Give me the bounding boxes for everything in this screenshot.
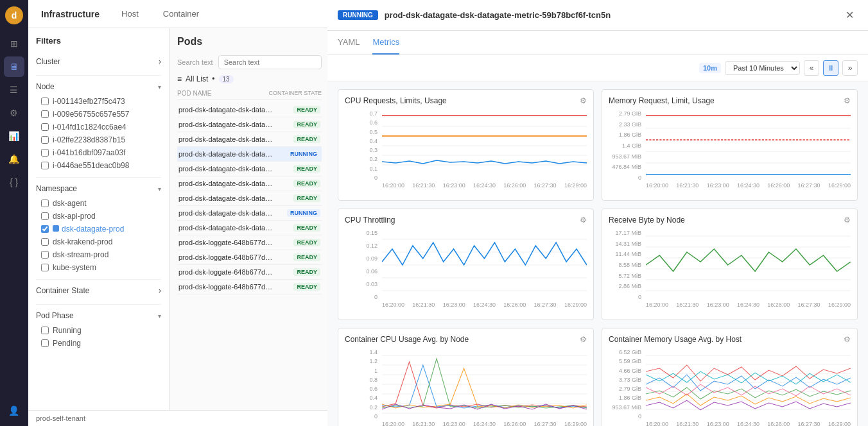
icon-sidebar: d ⊞ 🖥 ☰ ⚙ 📊 🔔 { } 👤 xyxy=(0,0,28,426)
chart-y-axis-thr: 0.150.120.090.060.030 xyxy=(345,230,380,300)
filter-pod-phase-section: Pod Phase ▾ Running Pending xyxy=(36,307,161,350)
pod-row[interactable]: prod-dsk-datagate-dsk-datagate-metri... … xyxy=(177,132,322,147)
chart-throttle-title: CPU Throttling xyxy=(345,216,395,225)
chart-cpu-requests-header: CPU Requests, Limits, Usage ⚙ xyxy=(345,96,587,105)
filter-ns-item-2[interactable]: dsk-datagate-prod xyxy=(36,223,161,235)
filter-phase-item-1[interactable]: Pending xyxy=(36,337,161,350)
chart-cpu-requests-container: 0.70.60.50.40.30.20.10 xyxy=(345,110,587,194)
pod-row[interactable]: prod-dsk-datagate-dsk-datagate-metri... … xyxy=(177,117,322,132)
settings-icon-1[interactable]: ⚙ xyxy=(844,96,851,105)
chart-svg-area-mem xyxy=(646,110,851,181)
settings-icon-3[interactable]: ⚙ xyxy=(844,216,851,225)
settings-icon-4[interactable]: ⚙ xyxy=(580,335,587,344)
filter-node-item-1[interactable]: i-009e56755c657e557 xyxy=(36,108,161,121)
nav-bell[interactable]: 🔔 xyxy=(4,149,24,169)
pod-name: prod-dsk-datagate-dsk-datagate-metri... xyxy=(178,150,275,158)
filter-ns-item-0[interactable]: dsk-agent xyxy=(36,197,161,210)
pod-status: RUNNING xyxy=(287,209,320,217)
chart-y-axis-mem: 2.79 GiB2.33 GiB1.86 GiB1.4 GiB953.67 Mi… xyxy=(609,110,644,181)
app-title: Infrastructure xyxy=(41,9,100,19)
nav-list[interactable]: ☰ xyxy=(4,80,24,100)
nav-code[interactable]: { } xyxy=(4,172,24,192)
tab-container[interactable]: Container xyxy=(161,0,202,28)
chart-container-cpu: Container CPU Usage Avg. by Node ⚙ 1.41.… xyxy=(338,328,594,410)
pod-row[interactable]: prod-dsk-loggate-648b677d7b-lmggm READY xyxy=(177,265,322,280)
filter-phase-item-0[interactable]: Running xyxy=(36,324,161,337)
chart-receive-byte: Receive Byte by Node ⚙ 17.17 MiB14.31 Mi… xyxy=(602,209,858,320)
nav-filter[interactable]: ⚙ xyxy=(4,103,24,123)
filter-node-item-5[interactable]: i-0446ae551deac0b98 xyxy=(36,159,161,172)
tenant-label: prod-self-tenant xyxy=(36,414,85,422)
all-list-label: All List xyxy=(186,74,208,83)
pod-status: READY xyxy=(293,283,320,291)
filter-container-state-header[interactable]: Container State › xyxy=(36,282,161,299)
chart-container-mem-container: 6.52 GiB5.59 GiB4.66 GiB3.73 GiB2.79 GiB… xyxy=(609,349,851,410)
settings-icon-0[interactable]: ⚙ xyxy=(580,96,587,105)
all-list-header: ≡ All List • 13 xyxy=(177,74,322,83)
forward-button[interactable]: » xyxy=(842,60,858,76)
settings-icon-2[interactable]: ⚙ xyxy=(580,216,587,225)
svg-text:d: d xyxy=(11,10,17,21)
search-label: Search text xyxy=(177,58,213,66)
pause-button[interactable]: ⏸ xyxy=(823,60,838,76)
pod-row[interactable]: prod-dsk-datagate-dsk-datagate-metri... … xyxy=(177,176,322,191)
filter-namespace-header[interactable]: Namespace ▾ xyxy=(36,180,161,197)
filter-node-item-0[interactable]: i-001143efb27f5c473 xyxy=(36,95,161,108)
tab-yaml[interactable]: YAML xyxy=(338,31,360,55)
pod-row[interactable]: prod-dsk-datagate-dsk-datagate-trace-...… xyxy=(177,221,322,235)
filter-ns-item-4[interactable]: dsk-stream-prod xyxy=(36,248,161,261)
time-select[interactable]: Past 10 Minutes xyxy=(725,61,800,75)
pod-row[interactable]: prod-dsk-datagate-dsk-datagate-manif... … xyxy=(177,103,322,117)
pod-name: prod-dsk-datagate-dsk-datagate-metri... xyxy=(178,135,275,143)
chart-y-axis: 0.70.60.50.40.30.20.10 xyxy=(345,110,380,181)
pod-row[interactable]: prod-dsk-loggate-648b677d7b-57cr5 READY xyxy=(177,250,322,265)
pod-status: READY xyxy=(293,194,320,202)
filter-node-item-4[interactable]: i-041b16dbf097aa03f xyxy=(36,146,161,159)
chart-memory-header: Memory Request, Limit, Usage ⚙ xyxy=(609,96,851,105)
chart-memory-title: Memory Request, Limit, Usage xyxy=(609,96,715,105)
app-logo[interactable]: d xyxy=(4,5,24,26)
chart-container-cpu-header: Container CPU Usage Avg. by Node ⚙ xyxy=(345,335,587,344)
filter-node-header[interactable]: Node ▾ xyxy=(36,78,161,95)
chart-y-axis-recv: 17.17 MiB14.31 MiB11.44 MiB8.58 MiB5.72 … xyxy=(609,230,644,300)
pod-row[interactable]: prod-dsk-datagate-dsk-datagate-trace-...… xyxy=(177,206,322,221)
filter-cluster-header[interactable]: Cluster › xyxy=(36,53,161,70)
pods-title: Pods xyxy=(177,36,322,47)
pod-name: prod-dsk-loggate-648b677d7b-57cr5 xyxy=(178,253,275,261)
filter-sidebar: Filters Cluster › Node ▾ i-001143efb27f5… xyxy=(28,28,169,410)
pods-area: Pods Search text ≡ All List • 13 POD NAM… xyxy=(169,28,330,410)
tab-metrics[interactable]: Metrics xyxy=(372,31,399,55)
pod-row[interactable]: prod-dsk-loggate-648b677d7b-4lhls READY xyxy=(177,235,322,250)
chevron-right-icon: › xyxy=(159,57,161,66)
modal-toolbar: 10m Past 10 Minutes « ⏸ » xyxy=(327,55,868,81)
chart-container-mem-title: Container Memory Usage Avg. by Host xyxy=(609,335,742,344)
pod-row[interactable]: prod-dsk-loggate-648b677d7b-zxfzg READY xyxy=(177,280,322,294)
filter-node-item-2[interactable]: i-014fd1c1824cc6ae4 xyxy=(36,121,161,133)
tab-host[interactable]: Host xyxy=(119,0,141,28)
pod-name: prod-dsk-datagate-dsk-datagate-metri... xyxy=(178,180,275,187)
nav-infrastructure[interactable]: 🖥 xyxy=(4,56,24,77)
pod-name: prod-dsk-loggate-648b677d7b-lmggm xyxy=(178,268,275,276)
col-pod-name: POD NAME xyxy=(177,90,211,97)
chart-x-axis: 16:20:0016:21:3016:23:0016:24:3016:26:00… xyxy=(382,182,587,194)
pod-count-separator: • xyxy=(212,74,214,83)
filter-node-label: Node xyxy=(36,82,55,91)
filter-ns-item-5[interactable]: kube-system xyxy=(36,261,161,274)
nav-dashboard[interactable]: ⊞ xyxy=(4,33,24,54)
filter-node-item-3[interactable]: i-02ffe2238d8387b15 xyxy=(36,133,161,146)
pod-name: prod-dsk-datagate-dsk-datagate-plan-... xyxy=(178,194,275,202)
pod-row[interactable]: prod-dsk-datagate-dsk-datagate-metri... … xyxy=(177,147,322,162)
pod-row[interactable]: prod-dsk-datagate-dsk-datagate-plan-... … xyxy=(177,191,322,206)
filter-ns-item-1[interactable]: dsk-api-prod xyxy=(36,210,161,223)
chart-container-cpu-title: Container CPU Usage Avg. by Node xyxy=(345,335,469,344)
search-input[interactable] xyxy=(218,55,322,69)
filter-pod-phase-label: Pod Phase xyxy=(36,311,74,320)
filter-ns-item-3[interactable]: dsk-krakend-prod xyxy=(36,235,161,248)
nav-chart[interactable]: 📊 xyxy=(4,126,24,146)
pod-row[interactable]: prod-dsk-datagate-dsk-datagate-metri... … xyxy=(177,162,322,176)
rewind-button[interactable]: « xyxy=(804,60,819,76)
filter-pod-phase-header[interactable]: Pod Phase ▾ xyxy=(36,307,161,324)
nav-person-bottom[interactable]: 👤 xyxy=(4,400,24,421)
chart-container-memory: Container Memory Usage Avg. by Host ⚙ 6.… xyxy=(602,328,858,410)
settings-icon-5[interactable]: ⚙ xyxy=(844,335,851,344)
